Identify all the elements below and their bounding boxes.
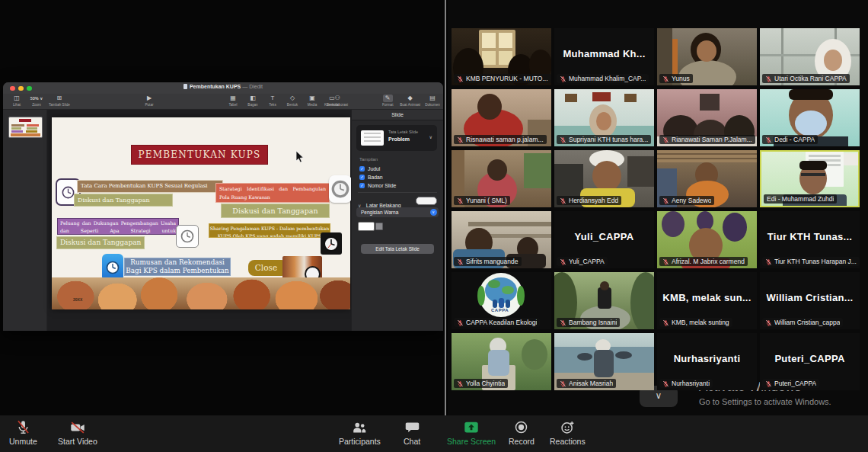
- layout-thumbnail: [361, 130, 384, 146]
- participant-name: Utari Octika Rani CAPPA: [774, 75, 847, 82]
- tab-slide[interactable]: Slide: [352, 110, 443, 120]
- cappa-logo-text: CAPPA: [491, 308, 509, 313]
- participant-tile[interactable]: Bambang Isnaini: [554, 272, 654, 329]
- chat-button[interactable]: Chat: [404, 418, 420, 446]
- participant-name: Nurhasriyanti: [672, 380, 710, 387]
- checkbox-judul[interactable]: ✓Judul: [359, 165, 396, 173]
- toolbar-lihat-button[interactable]: ◫Lihat: [9, 95, 24, 107]
- checkbox-checked-icon[interactable]: ✓: [359, 175, 365, 180]
- participant-tile[interactable]: Tiur KTH Tunas...Tiur KTH Tunas Harapan …: [760, 211, 860, 268]
- video-content-shape: [598, 287, 611, 309]
- start-video-button[interactable]: Start Video: [58, 418, 97, 446]
- participant-name-label: Sifrits manguande: [454, 257, 522, 266]
- participant-name: William Cristian_cappa: [774, 319, 840, 326]
- mic-muted-icon: [457, 258, 464, 265]
- participant-name-label: Bambang Isnaini: [557, 318, 620, 327]
- participant-tile[interactable]: KMB, melak sun...KMB, melak sunting: [657, 272, 757, 329]
- mic-muted-icon: [662, 380, 669, 387]
- toolbar-tambah-slide-button[interactable]: ⊞Tambah Slide: [49, 95, 70, 107]
- checkbox-checked-icon[interactable]: ✓: [359, 183, 365, 188]
- participant-tile[interactable]: NurhasriyantiNurhasriyanti: [657, 333, 757, 390]
- reactions-button[interactable]: Reactions: [550, 418, 586, 446]
- fill-color-swatch[interactable]: [358, 222, 375, 231]
- participant-tile[interactable]: Puteri_CAPPAPuteri_CAPPA: [760, 333, 860, 390]
- toolbar-buat-animasi-button[interactable]: ◆Buat Animasi: [400, 95, 420, 107]
- participant-tile[interactable]: Sifrits manguande: [452, 211, 551, 268]
- participant-tile[interactable]: Yolla Chyintia: [452, 333, 551, 390]
- unmute-button[interactable]: Unmute: [9, 418, 37, 446]
- participant-name-label: Puteri_CAPPA: [762, 379, 819, 388]
- checkbox-badan[interactable]: ✓Badan: [359, 173, 396, 181]
- layout-label: Tata Letak Slide: [388, 130, 418, 134]
- participant-name-label: Risnawati saman p.jalam...: [454, 135, 547, 144]
- participant-tile[interactable]: Herdiansyah Edd: [554, 150, 654, 207]
- toolbar-putar-button[interactable]: ▶Putar: [142, 95, 157, 107]
- video-content-shape: [824, 50, 842, 71]
- edit-slide-layout-button[interactable]: Edit Tata Letak Slide: [361, 244, 434, 254]
- slide-thumbnail[interactable]: [8, 117, 43, 138]
- participant-tile[interactable]: Anisak Masriah: [554, 333, 654, 390]
- toolbar-media-button[interactable]: ▣Media: [305, 95, 320, 107]
- participant-name: Risnawati saman p.jalam...: [466, 136, 544, 143]
- share-screen-label: Share Screen: [447, 437, 496, 446]
- background-color-well[interactable]: [416, 197, 437, 205]
- participant-tile[interactable]: Dedi - CAPPA: [760, 89, 860, 146]
- record-button[interactable]: Record: [509, 418, 535, 446]
- toolbar-berkolaborasi-button[interactable]: ⚇Berkolaborasi: [327, 95, 348, 107]
- participant-tile[interactable]: Yunus: [657, 28, 757, 85]
- mic-muted-icon: [662, 136, 669, 143]
- checkbox-checked-icon[interactable]: ✓: [359, 166, 365, 172]
- participant-name: Rianawati Saman P.Jalam...: [672, 136, 752, 143]
- video-content-shape: [615, 351, 632, 359]
- color-fill-dropdown[interactable]: Pengisian Warna ∨: [356, 207, 439, 217]
- video-content-shape: [499, 298, 504, 308]
- participant-tile[interactable]: CAPPACAPPA Keadilan Ekologi: [452, 272, 551, 329]
- divider: [358, 192, 437, 193]
- record-label: Record: [509, 437, 535, 446]
- participant-tile[interactable]: Afrizal. M Jabrix carmend: [657, 211, 757, 268]
- toolbar-format-button[interactable]: ✎Format: [380, 95, 395, 107]
- background-row[interactable]: ∨ Latar Belakang: [358, 197, 437, 205]
- participant-tile[interactable]: Risnawati saman p.jalam...: [452, 89, 551, 146]
- video-content-shape: [795, 111, 827, 136]
- video-content-shape: [594, 350, 614, 377]
- participant-tile[interactable]: Yuli_CAPPAYuli_CAPPA: [554, 211, 654, 268]
- color-picker-icon[interactable]: [375, 223, 383, 230]
- participant-tile[interactable]: Utari Octika Rani CAPPA: [760, 28, 860, 85]
- participant-name: Sifrits manguande: [466, 258, 519, 265]
- participant-display-name: Nurhasriyanti: [657, 353, 757, 364]
- participant-tile[interactable]: Muhammad Kh...Muhammad Khalim_CAP...: [554, 28, 654, 85]
- checkbox-nomor-slide[interactable]: ✓Nomor Slide: [359, 181, 396, 190]
- toolbar-item-label: Media: [308, 103, 318, 107]
- mic-muted-icon: [560, 319, 566, 326]
- toolbar-tabel-button[interactable]: ▦Tabel: [225, 95, 241, 107]
- toolbar-dokumen-button[interactable]: ▤Dokumen: [425, 95, 440, 107]
- mic-muted-icon: [662, 75, 669, 82]
- participants-button[interactable]: Participants: [339, 418, 381, 446]
- participant-tile[interactable]: William Cristian...William Cristian_capp…: [760, 272, 860, 329]
- participant-name: Puteri_CAPPA: [774, 380, 816, 387]
- participant-tile[interactable]: Rianawati Saman P.Jalam...: [657, 89, 757, 146]
- participant-tile[interactable]: Edi - Muhammad Zuhdi: [760, 150, 860, 207]
- participant-tile[interactable]: Supriyani KTH tunas hara...: [554, 89, 654, 146]
- slide-box-strategi: Starategi Identifikasi dan Pembangulan P…: [215, 183, 330, 203]
- slide-box-regulasi: Tata Cara Pembentukan KUPS Sesuai Regula…: [77, 180, 223, 193]
- pane-divider[interactable]: [445, 0, 446, 424]
- clock-icon: [176, 225, 199, 248]
- slide-navigator[interactable]: [3, 110, 47, 331]
- participant-tile[interactable]: KMB PENYURUK - MUTO...: [452, 28, 551, 85]
- toolbar-bagan-button[interactable]: ◧Bagan: [245, 95, 260, 107]
- participant-tile[interactable]: Aeny Sadewo: [657, 150, 757, 207]
- share-screen-button[interactable]: Share Screen: [447, 418, 496, 446]
- toolbar-zoom-button[interactable]: 53% ∨Zoom: [29, 95, 44, 107]
- participant-tile[interactable]: Yunani ( SML): [452, 150, 551, 207]
- participant-name-label: William Cristian_cappa: [762, 318, 843, 327]
- participant-name-label: Afrizal. M Jabrix carmend: [659, 257, 748, 266]
- mic-muted-icon: [457, 319, 464, 326]
- slide-box-sharing: Sharing Pengalaman KUPS - Dalam pembentu…: [209, 223, 330, 238]
- video-content-shape: [482, 33, 496, 48]
- mic-muted-icon: [560, 197, 566, 204]
- toolbar-teks-button[interactable]: TTeks: [265, 95, 280, 107]
- slide-layout-selector[interactable]: Tata Letak Slide Problem ∨: [356, 125, 437, 151]
- toolbar-bentuk-button[interactable]: ◇Bentuk: [285, 95, 300, 107]
